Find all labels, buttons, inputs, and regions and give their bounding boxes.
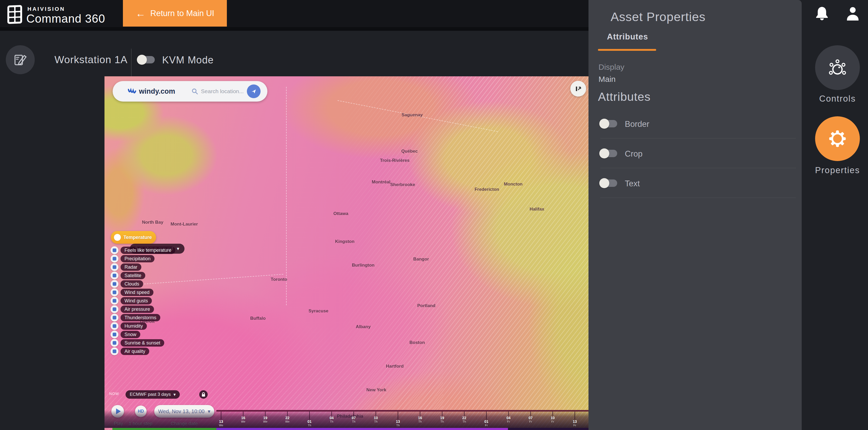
city-label: Syracuse [308,308,329,314]
timeline-tick[interactable]: 01Th [302,411,317,427]
layer-item[interactable]: Air quality [111,347,149,356]
layer-item[interactable]: Air pressure [111,305,154,313]
model-value: ECMWF past 3 days [130,392,171,397]
tick-mark [287,411,288,416]
chevron-down-icon: ▾ [174,392,176,397]
layer-item[interactable]: Precipitation [111,254,154,263]
timeline-tick[interactable]: 10Fr [545,411,561,423]
timeline-tick[interactable]: 13Th [390,411,406,427]
timeline-tick[interactable]: 07Fr [523,411,538,423]
command360-app: HAIVISION Command 360 ← Return to Main U… [0,0,868,430]
city-label: Québec [401,149,418,154]
tick-mark [265,411,266,416]
layer-item-label: Air quality [121,348,149,355]
city-label: Bangor [413,256,429,262]
tick-mark [420,411,420,416]
tick-hour: 01 [302,420,317,424]
premium-lock-button[interactable] [199,390,208,399]
return-button-label: Return to Main UI [150,9,214,18]
controls-icon [828,58,847,77]
timeline-tick[interactable]: 19Th [434,411,450,423]
city-label: Montréal [372,180,391,185]
timeline-tick[interactable]: 16We [235,411,251,423]
kvm-mode-label: KVM Mode [162,55,214,66]
forecast-model-dropdown[interactable]: ECMWF past 3 days ▾ [126,390,180,399]
border-label: Border [625,120,649,129]
timeline-tick[interactable]: 22We [280,411,295,423]
tick-day: Th [368,420,384,423]
tab-attributes[interactable]: Attributes [607,32,648,41]
tick-day: Fr [545,420,561,423]
timeline-tick[interactable]: 07Th [346,411,362,423]
layer-item[interactable]: Wind speed [111,288,153,297]
layer-icon [111,272,118,279]
timeline-tick[interactable]: 13We [213,411,229,427]
controls-button[interactable] [815,45,860,90]
layer-item[interactable]: Radar [111,263,141,271]
tick-day: Fr [478,424,494,427]
properties-button[interactable] [815,116,860,161]
layer-item[interactable]: Humidity [111,322,147,330]
layer-icon [111,297,118,305]
tick-mark [243,411,243,416]
timeline-tick[interactable]: 04Th [324,411,340,423]
layer-item[interactable]: Feels like temperature [111,246,175,254]
timeline-tick[interactable]: 04Fr [501,411,516,423]
layer-item-label: Radar [121,264,141,271]
city-label: Saguenay [402,112,423,118]
layer-icon [111,280,118,288]
back-arrow-icon: ← [135,8,146,19]
edit-workstation-button[interactable] [6,45,35,74]
timeline-tick[interactable]: 01Fr [478,411,494,427]
timeline-tick[interactable]: 19We [257,411,273,423]
crop-toggle[interactable] [600,150,617,157]
active-layer-temperature[interactable]: Temperature [111,231,156,244]
attribute-row-crop: Crop [588,139,802,168]
city-label: Trois-Rivières [380,158,409,163]
timeline-tick[interactable]: 13Fr [567,411,583,427]
city-label: Portland [417,303,436,308]
active-layer-label: Temperature [123,235,152,240]
tick-day: Fr [523,420,538,423]
user-account-button[interactable] [845,6,860,22]
tick-mark [575,411,575,420]
layer-item[interactable]: Wind gusts [111,297,152,305]
border-toggle[interactable] [600,120,617,127]
tick-day: We [280,420,295,423]
timeline-tick[interactable]: 16Th [412,411,428,423]
asset-properties-panel: Asset Properties Attributes Display Main… [588,0,802,430]
tick-hour: 04 [501,416,516,420]
text-toggle[interactable] [600,180,617,187]
layer-item[interactable]: Thunderstorms [111,313,160,322]
layer-item-label: Satellite [121,272,145,279]
city-label: North Bay [142,220,163,225]
layer-item[interactable]: Snow [111,330,140,339]
return-to-main-ui-button[interactable]: ← Return to Main UI [123,0,227,27]
weather-map-preview: North BayMont-LaurierSaguenayQuébecTrois… [104,76,588,430]
windy-logo: windy.com [128,87,175,95]
divider [600,168,796,168]
layer-icon [111,255,118,263]
city-label: Kingston [335,239,354,244]
timeline-tick[interactable]: 10Th [368,411,384,423]
now-label: NOW [109,392,119,396]
chevron-down-icon: ▾ [177,246,179,252]
layer-icon [111,331,118,338]
locate-me-button[interactable] [247,85,260,98]
layer-item-label: Snow [121,331,140,338]
layer-item[interactable]: Sunrise & sunset [111,339,164,347]
tick-day: Th [456,420,472,423]
properties-label: Properties [815,165,860,175]
layer-item[interactable]: Satellite [111,271,145,280]
tick-hour: 07 [523,416,538,420]
layer-item[interactable]: Clouds [111,280,143,288]
kvm-mode-toggle[interactable] [138,56,155,63]
layer-icon [111,339,118,347]
timeline-progress-bar[interactable] [216,428,508,430]
timeline-tick[interactable]: 22Th [456,411,472,423]
notifications-button[interactable] [815,6,829,22]
map-expand-button[interactable] [570,81,586,97]
map-search-bar[interactable]: windy.com Search location... [113,81,268,101]
city-label: Toronto [271,277,287,282]
layer-icon [111,288,118,296]
